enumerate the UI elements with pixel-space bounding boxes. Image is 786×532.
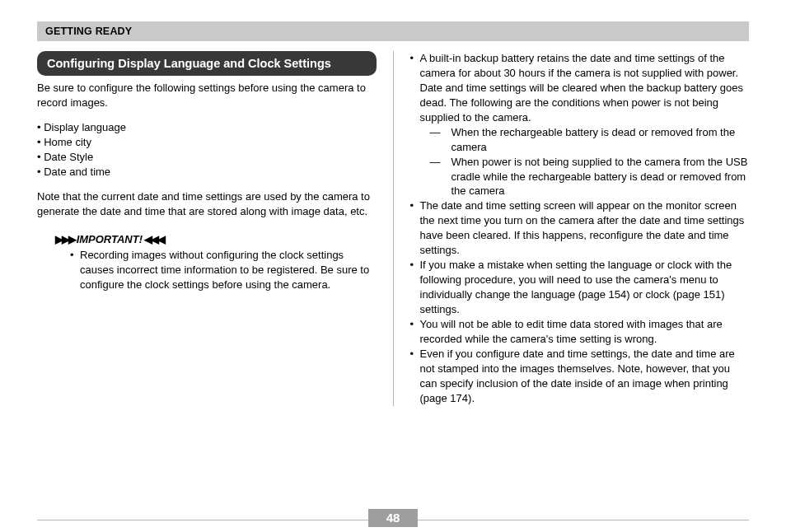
sub-text: When the rechargeable battery is dead or… — [451, 125, 750, 155]
dash-icon: — — [430, 125, 451, 155]
list-item: Date and time — [37, 165, 377, 180]
section-title: Configuring Display Language and Clock S… — [37, 51, 377, 76]
item-text: If you make a mistake when setting the l… — [420, 258, 750, 317]
bullet-icon: • — [410, 347, 420, 406]
left-column: Configuring Display Language and Clock S… — [37, 51, 391, 406]
columns: Configuring Display Language and Clock S… — [37, 51, 749, 406]
breadcrumb-text: GETTING READY — [45, 26, 132, 37]
important-heading: ▶▶▶ IMPORTANT! ◀◀◀ — [55, 234, 377, 245]
important-list: • Recording images without configuring t… — [70, 248, 377, 292]
list-item: • You will not be able to edit time data… — [410, 317, 750, 347]
sub-list: — When the rechargeable battery is dead … — [420, 125, 750, 199]
settings-list: Display language Home city Date Style Da… — [37, 120, 377, 180]
list-item: Home city — [37, 135, 377, 150]
important-text: Recording images without configuring the… — [80, 248, 377, 292]
list-item: • Even if you configure date and time se… — [410, 347, 750, 406]
ornament-left-icon: ▶▶▶ — [55, 234, 77, 245]
breadcrumb: GETTING READY — [37, 21, 749, 41]
bullet-icon: • — [410, 198, 420, 258]
item-text: Even if you configure date and time sett… — [420, 347, 750, 406]
list-item: Date Style — [37, 150, 377, 165]
note-paragraph: Note that the current date and time sett… — [37, 189, 377, 219]
dash-icon: — — [430, 155, 451, 199]
item-text: The date and time setting screen will ap… — [420, 198, 750, 258]
bullet-icon: • — [410, 258, 420, 317]
list-item: • The date and time setting screen will … — [410, 198, 750, 258]
bullet-icon: • — [410, 51, 420, 198]
intro-paragraph: Be sure to configure the following setti… — [37, 81, 377, 110]
list-item: — When power is not being supplied to th… — [420, 155, 750, 199]
left-body: Be sure to configure the following setti… — [37, 81, 377, 292]
bullet-icon: • — [70, 248, 80, 292]
list-item: • Recording images without configuring t… — [70, 248, 377, 292]
important-label: IMPORTANT! — [77, 234, 143, 245]
list-item: • If you make a mistake when setting the… — [410, 258, 750, 317]
sub-text: When power is not being supplied to the … — [451, 155, 750, 199]
column-divider — [393, 51, 394, 406]
ornament-right-icon: ◀◀◀ — [143, 234, 164, 245]
list-item: • A built-in backup battery retains the … — [410, 51, 750, 198]
item-text: A built-in backup battery retains the da… — [420, 52, 743, 124]
list-item: Display language — [37, 120, 377, 135]
list-item: — When the rechargeable battery is dead … — [420, 125, 750, 155]
item-text: You will not be able to edit time data s… — [420, 317, 750, 347]
manual-page: GETTING READY Configuring Display Langua… — [0, 0, 786, 532]
right-column: • A built-in backup battery retains the … — [395, 51, 750, 406]
page-number: 48 — [368, 509, 418, 527]
page-footer: 48 — [37, 519, 749, 520]
bullet-icon: • — [410, 317, 420, 347]
